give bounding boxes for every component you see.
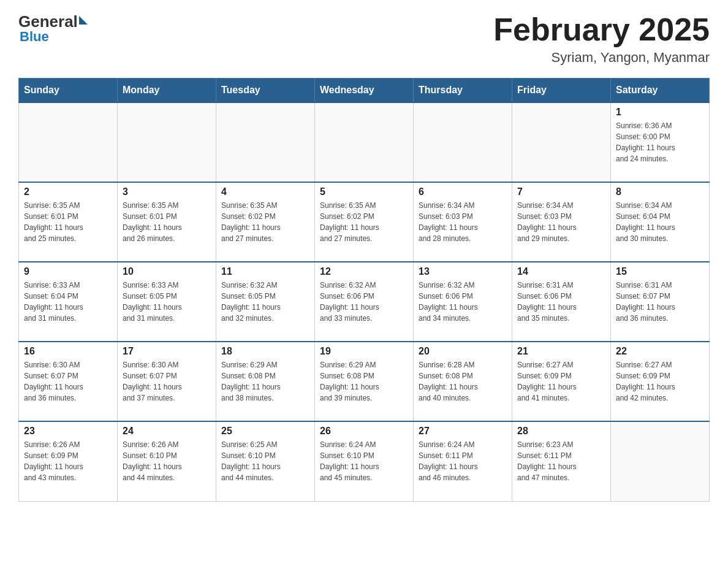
day-number: 3 [123, 186, 211, 197]
day-number: 13 [419, 266, 507, 277]
day-number: 23 [24, 426, 112, 437]
day-number: 9 [24, 266, 112, 277]
day-info: Sunrise: 6:31 AM Sunset: 6:07 PM Dayligh… [616, 280, 704, 324]
calendar-cell: 5Sunrise: 6:35 AM Sunset: 6:02 PM Daylig… [315, 182, 414, 262]
page-title: February 2025 [493, 12, 710, 47]
calendar-cell: 18Sunrise: 6:29 AM Sunset: 6:08 PM Dayli… [216, 342, 315, 421]
calendar-week-1: 1Sunrise: 6:36 AM Sunset: 6:00 PM Daylig… [19, 102, 710, 182]
calendar-cell: 4Sunrise: 6:35 AM Sunset: 6:02 PM Daylig… [216, 182, 315, 262]
day-info: Sunrise: 6:30 AM Sunset: 6:07 PM Dayligh… [24, 359, 112, 404]
calendar-cell: 2Sunrise: 6:35 AM Sunset: 6:01 PM Daylig… [19, 182, 118, 262]
day-info: Sunrise: 6:24 AM Sunset: 6:11 PM Dayligh… [419, 439, 507, 483]
day-info: Sunrise: 6:27 AM Sunset: 6:09 PM Dayligh… [616, 359, 704, 404]
day-number: 11 [221, 266, 309, 277]
day-info: Sunrise: 6:29 AM Sunset: 6:08 PM Dayligh… [221, 359, 309, 404]
weekday-header-tuesday: Tuesday [216, 79, 315, 103]
day-number: 7 [517, 186, 605, 197]
calendar-cell: 21Sunrise: 6:27 AM Sunset: 6:09 PM Dayli… [512, 342, 611, 421]
day-number: 17 [123, 346, 211, 357]
calendar-cell: 20Sunrise: 6:28 AM Sunset: 6:08 PM Dayli… [414, 342, 512, 421]
day-number: 1 [616, 107, 704, 118]
calendar-cell: 11Sunrise: 6:32 AM Sunset: 6:05 PM Dayli… [216, 262, 315, 342]
day-info: Sunrise: 6:26 AM Sunset: 6:10 PM Dayligh… [123, 439, 211, 483]
calendar-cell: 16Sunrise: 6:30 AM Sunset: 6:07 PM Dayli… [19, 342, 118, 421]
day-info: Sunrise: 6:35 AM Sunset: 6:01 PM Dayligh… [24, 200, 112, 244]
day-number: 8 [616, 186, 704, 197]
calendar-cell: 14Sunrise: 6:31 AM Sunset: 6:06 PM Dayli… [512, 262, 611, 342]
calendar-cell [315, 102, 414, 182]
calendar-cell: 27Sunrise: 6:24 AM Sunset: 6:11 PM Dayli… [414, 421, 512, 501]
calendar-cell: 25Sunrise: 6:25 AM Sunset: 6:10 PM Dayli… [216, 421, 315, 501]
calendar-cell [512, 102, 611, 182]
title-area: February 2025 Syriam, Yangon, Myanmar [493, 12, 710, 66]
logo-blue: Blue [20, 29, 49, 45]
day-number: 19 [320, 346, 408, 357]
day-number: 6 [419, 186, 507, 197]
calendar-cell: 6Sunrise: 6:34 AM Sunset: 6:03 PM Daylig… [414, 182, 512, 262]
day-info: Sunrise: 6:23 AM Sunset: 6:11 PM Dayligh… [517, 439, 605, 483]
calendar-cell [19, 102, 118, 182]
weekday-header-thursday: Thursday [414, 79, 512, 103]
day-number: 27 [419, 426, 507, 437]
weekday-header-sunday: Sunday [19, 79, 118, 103]
day-number: 2 [24, 186, 112, 197]
calendar-cell: 3Sunrise: 6:35 AM Sunset: 6:01 PM Daylig… [118, 182, 216, 262]
day-number: 10 [123, 266, 211, 277]
day-info: Sunrise: 6:26 AM Sunset: 6:09 PM Dayligh… [24, 439, 112, 483]
day-number: 26 [320, 426, 408, 437]
calendar-cell: 23Sunrise: 6:26 AM Sunset: 6:09 PM Dayli… [19, 421, 118, 501]
day-info: Sunrise: 6:24 AM Sunset: 6:10 PM Dayligh… [320, 439, 408, 483]
day-number: 20 [419, 346, 507, 357]
calendar-table: SundayMondayTuesdayWednesdayThursdayFrid… [18, 78, 710, 502]
day-info: Sunrise: 6:25 AM Sunset: 6:10 PM Dayligh… [221, 439, 309, 483]
page-header: General Blue February 2025 Syriam, Yango… [18, 12, 710, 66]
day-info: Sunrise: 6:27 AM Sunset: 6:09 PM Dayligh… [517, 359, 605, 404]
day-number: 21 [517, 346, 605, 357]
day-number: 5 [320, 186, 408, 197]
weekday-header-wednesday: Wednesday [315, 79, 414, 103]
day-info: Sunrise: 6:35 AM Sunset: 6:02 PM Dayligh… [221, 200, 309, 244]
calendar-cell: 12Sunrise: 6:32 AM Sunset: 6:06 PM Dayli… [315, 262, 414, 342]
day-number: 28 [517, 426, 605, 437]
logo: General Blue [18, 12, 88, 45]
calendar-cell [118, 102, 216, 182]
day-info: Sunrise: 6:33 AM Sunset: 6:05 PM Dayligh… [123, 280, 211, 324]
day-info: Sunrise: 6:28 AM Sunset: 6:08 PM Dayligh… [419, 359, 507, 404]
calendar-cell: 15Sunrise: 6:31 AM Sunset: 6:07 PM Dayli… [611, 262, 710, 342]
day-info: Sunrise: 6:36 AM Sunset: 6:00 PM Dayligh… [616, 120, 704, 164]
day-number: 4 [221, 186, 309, 197]
day-number: 18 [221, 346, 309, 357]
logo-arrow-icon [79, 16, 88, 25]
calendar-week-3: 9Sunrise: 6:33 AM Sunset: 6:04 PM Daylig… [19, 262, 710, 342]
calendar-cell [611, 421, 710, 501]
weekday-header-saturday: Saturday [611, 79, 710, 103]
day-info: Sunrise: 6:29 AM Sunset: 6:08 PM Dayligh… [320, 359, 408, 404]
calendar-cell: 24Sunrise: 6:26 AM Sunset: 6:10 PM Dayli… [118, 421, 216, 501]
page-subtitle: Syriam, Yangon, Myanmar [493, 50, 710, 66]
day-info: Sunrise: 6:32 AM Sunset: 6:06 PM Dayligh… [320, 280, 408, 324]
weekday-header-monday: Monday [118, 79, 216, 103]
calendar-cell [414, 102, 512, 182]
calendar-cell: 8Sunrise: 6:34 AM Sunset: 6:04 PM Daylig… [611, 182, 710, 262]
day-number: 24 [123, 426, 211, 437]
calendar-cell: 22Sunrise: 6:27 AM Sunset: 6:09 PM Dayli… [611, 342, 710, 421]
calendar-cell: 9Sunrise: 6:33 AM Sunset: 6:04 PM Daylig… [19, 262, 118, 342]
calendar-cell: 1Sunrise: 6:36 AM Sunset: 6:00 PM Daylig… [611, 102, 710, 182]
day-info: Sunrise: 6:34 AM Sunset: 6:03 PM Dayligh… [419, 200, 507, 244]
calendar-cell: 17Sunrise: 6:30 AM Sunset: 6:07 PM Dayli… [118, 342, 216, 421]
calendar-cell: 26Sunrise: 6:24 AM Sunset: 6:10 PM Dayli… [315, 421, 414, 501]
day-number: 22 [616, 346, 704, 357]
calendar-cell: 13Sunrise: 6:32 AM Sunset: 6:06 PM Dayli… [414, 262, 512, 342]
calendar-cell: 10Sunrise: 6:33 AM Sunset: 6:05 PM Dayli… [118, 262, 216, 342]
calendar-cell: 19Sunrise: 6:29 AM Sunset: 6:08 PM Dayli… [315, 342, 414, 421]
calendar-cell: 28Sunrise: 6:23 AM Sunset: 6:11 PM Dayli… [512, 421, 611, 501]
calendar-header-row: SundayMondayTuesdayWednesdayThursdayFrid… [19, 79, 710, 103]
day-info: Sunrise: 6:32 AM Sunset: 6:06 PM Dayligh… [419, 280, 507, 324]
day-info: Sunrise: 6:35 AM Sunset: 6:01 PM Dayligh… [123, 200, 211, 244]
day-info: Sunrise: 6:32 AM Sunset: 6:05 PM Dayligh… [221, 280, 309, 324]
day-info: Sunrise: 6:33 AM Sunset: 6:04 PM Dayligh… [24, 280, 112, 324]
day-number: 14 [517, 266, 605, 277]
day-info: Sunrise: 6:35 AM Sunset: 6:02 PM Dayligh… [320, 200, 408, 244]
day-info: Sunrise: 6:34 AM Sunset: 6:04 PM Dayligh… [616, 200, 704, 244]
day-number: 15 [616, 266, 704, 277]
